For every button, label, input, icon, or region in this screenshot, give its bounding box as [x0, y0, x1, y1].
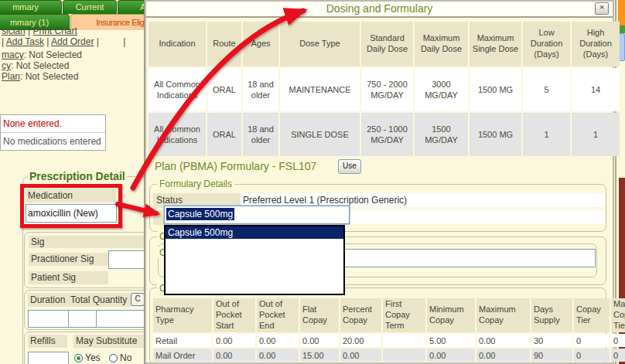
radio-yes-icon[interactable] — [74, 354, 83, 362]
agency-selection: cy: Not Selected — [2, 60, 69, 71]
separator: | — [46, 36, 49, 47]
table-cell: SINGLE DOSE — [280, 113, 360, 156]
column-header: High Duration (Days) — [572, 22, 620, 66]
table-cell: 0 — [611, 349, 625, 362]
use-button[interactable]: Use — [338, 159, 361, 174]
column-header: Maximum Daily Dose — [415, 22, 468, 66]
table-cell: 750 - 2000 MG/DAY — [361, 68, 413, 111]
separator: | — [28, 26, 30, 36]
column-header: Standard Daily Dose — [361, 22, 413, 66]
separator: | — [2, 36, 4, 47]
tab-summary-top[interactable]: mmary — [0, 0, 62, 14]
add-order-link[interactable]: Add Order — [51, 36, 94, 47]
may-substitute-label: May Substitute — [73, 335, 145, 348]
separator: | — [97, 36, 99, 47]
table-cell: 18 and older — [243, 68, 278, 111]
table-cell: 0 — [574, 334, 610, 347]
quantity-calc-button[interactable]: C — [131, 293, 145, 306]
table-cell: Mail Order — [153, 349, 212, 362]
duration-label: Duration — [28, 293, 68, 307]
sig-header: Sig — [29, 236, 161, 248]
column-header: Route — [207, 22, 241, 66]
column-header: Maximum Single Dose — [470, 22, 521, 66]
column-header: Copay Tier — [574, 298, 610, 332]
agency-link[interactable]: cy — [2, 60, 11, 71]
column-header: Ages — [243, 22, 278, 66]
table-cell: 0.00 — [257, 349, 299, 362]
table-row[interactable]: All Common IndicationsORAL18 and olderMA… — [149, 68, 620, 111]
close-icon[interactable]: ✕ — [595, 2, 609, 15]
pharmacy-link[interactable]: macy — [2, 49, 24, 60]
screen: mmary Current Admin (1) mmary (1) Insura… — [0, 0, 625, 364]
table-cell: 0.00 — [257, 334, 299, 347]
plan-formulary-title: Plan (PBMA) Formulary - FSL107 — [155, 160, 316, 172]
table-cell: 5 — [523, 68, 570, 111]
table-cell: 0.00 — [427, 349, 475, 362]
yes-label: Yes — [85, 352, 101, 363]
tab-current[interactable]: Current — [63, 0, 117, 14]
radio-no-icon[interactable] — [109, 354, 118, 362]
practitioner-sig-label: Practitioner Sig — [29, 253, 108, 266]
no-label: No — [120, 352, 131, 363]
table-cell — [383, 349, 425, 362]
annotation-red-rectangle — [20, 184, 122, 228]
plan-selection: Plan: Not Selected — [2, 71, 78, 82]
table-cell: MAINTENANCE — [280, 68, 360, 111]
dropdown-item[interactable]: Capsule 500mg — [166, 226, 343, 239]
column-header: Pharmacy Type — [153, 298, 212, 332]
table-cell: 20.00 — [340, 334, 381, 347]
table-cell: 1 — [572, 113, 620, 156]
column-header: Max Copay Tier — [611, 298, 625, 332]
table-cell: 0.00 — [300, 334, 339, 347]
dosing-formulary-dialog: Dosing and Formulary ✕ IndicationRouteAg… — [145, 0, 614, 364]
table-cell: 0.00 — [476, 334, 530, 347]
patient-sig-label: Patient Sig — [29, 271, 108, 284]
substitute-no-option[interactable]: No — [109, 352, 131, 363]
table-row[interactable]: Mail Order0.000.0015.000.000.000.009000 — [153, 349, 625, 362]
table-cell: 0.00 — [476, 349, 530, 362]
column-header: Percent Copay — [340, 298, 381, 332]
refills-input[interactable] — [28, 352, 69, 364]
selection-value: : Not Selected — [11, 60, 69, 71]
table-cell: 1500 MG — [470, 113, 521, 156]
column-header: Out of Pocket End — [257, 298, 299, 332]
allergy-medication-alert-box: None entered. No medications entered — [0, 114, 106, 151]
table-cell: 250 - 1000 MG/DAY — [361, 113, 413, 156]
column-header: Out of Pocket Start — [213, 298, 255, 332]
table-cell: 30 — [531, 334, 572, 347]
substitute-yes-option[interactable]: Yes — [74, 352, 101, 363]
prescription-detail-legend: Prescription Detail — [28, 170, 127, 182]
selection-value: : Not Selected — [24, 49, 82, 60]
column-header: Maximum Copay — [476, 298, 530, 332]
table-row[interactable]: All Common IndicationsORAL18 and olderSI… — [149, 113, 620, 156]
duration-input[interactable] — [28, 310, 69, 328]
plan-link[interactable]: Plan — [2, 71, 20, 82]
add-task-link[interactable]: Add Task — [6, 36, 44, 47]
formulation-combobox[interactable]: Capsule 500mg — [164, 206, 350, 224]
table-cell: 0 — [611, 334, 625, 347]
separator: | — [123, 36, 125, 47]
table-cell: 1 — [523, 113, 570, 156]
dialog-titlebar: Dosing and Formulary — [146, 2, 613, 18]
column-header: Indication — [149, 22, 206, 66]
table-cell: 14 — [572, 68, 620, 111]
none-entered-text: None entered. — [1, 115, 105, 133]
no-medications-text: No medications entered — [1, 133, 105, 150]
column-header: Dose Type — [280, 22, 360, 66]
table-cell: 15.00 — [300, 349, 339, 362]
table-row[interactable]: Retail0.000.000.0020.005.000.003000 — [153, 334, 625, 347]
pharmacy-selection: macy: Not Selected — [2, 49, 82, 60]
table-cell: 1500 MG/DAY — [415, 113, 468, 156]
dialog-title: Dosing and Formulary — [326, 2, 433, 15]
quantity-input-1[interactable] — [68, 310, 98, 328]
table-cell: ORAL — [207, 68, 241, 111]
column-header: Low Duration (Days) — [523, 22, 570, 66]
column-header: First Copay Term — [383, 298, 425, 332]
print-chart-link[interactable]: Print Chart — [33, 26, 77, 36]
nav-line-2: | Add Task | Add Order | | — [2, 36, 125, 47]
physician-link[interactable]: sician — [2, 26, 26, 36]
table-cell: 5.00 — [427, 334, 475, 347]
table-cell: Retail — [153, 334, 212, 347]
table-cell: 0.00 — [340, 349, 381, 362]
formulation-dropdown-list: Capsule 500mg — [164, 225, 345, 295]
